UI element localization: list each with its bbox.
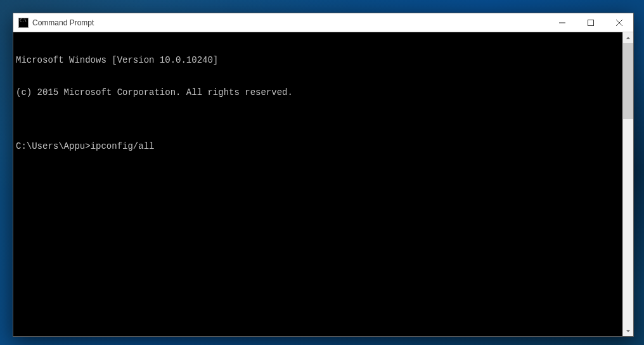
command-input[interactable]: ipconfig/all xyxy=(91,141,155,152)
terminal-line: Microsoft Windows [Version 10.0.10240] xyxy=(16,55,620,66)
window-title: Command Prompt xyxy=(32,18,548,27)
scroll-down-button[interactable] xyxy=(623,325,633,336)
chevron-down-icon xyxy=(626,329,631,334)
command-prompt-window: Command Prompt Microsoft Windows [Versio… xyxy=(13,13,634,337)
vertical-scrollbar[interactable] xyxy=(622,32,633,336)
minimize-button[interactable] xyxy=(548,13,576,32)
close-button[interactable] xyxy=(605,13,633,32)
scroll-up-button[interactable] xyxy=(623,32,633,43)
maximize-icon xyxy=(588,20,594,26)
svg-rect-0 xyxy=(559,22,565,23)
terminal-prompt-line: C:\Users\Appu>ipconfig/all xyxy=(16,141,620,152)
svg-rect-1 xyxy=(588,20,593,25)
maximize-button[interactable] xyxy=(576,13,605,32)
scroll-thumb[interactable] xyxy=(623,43,633,119)
prompt: C:\Users\Appu> xyxy=(16,141,91,152)
window-controls xyxy=(548,13,633,32)
client-area: Microsoft Windows [Version 10.0.10240] (… xyxy=(13,32,633,336)
titlebar[interactable]: Command Prompt xyxy=(13,13,633,32)
app-icon xyxy=(18,18,29,28)
close-icon xyxy=(616,20,622,26)
terminal-line: (c) 2015 Microsoft Corporation. All righ… xyxy=(16,87,620,98)
scroll-track[interactable] xyxy=(623,43,633,325)
chevron-up-icon xyxy=(626,35,631,41)
minimize-icon xyxy=(559,20,565,26)
terminal-output[interactable]: Microsoft Windows [Version 10.0.10240] (… xyxy=(13,32,622,336)
